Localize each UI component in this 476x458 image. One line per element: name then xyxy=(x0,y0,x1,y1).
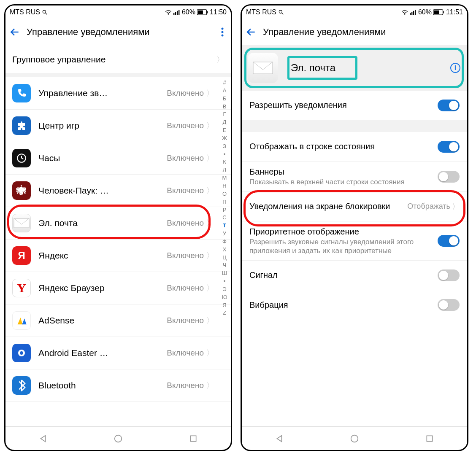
svg-rect-3 xyxy=(173,13,174,15)
index-letter[interactable]: К xyxy=(223,158,226,166)
index-letter[interactable]: Ю xyxy=(222,294,227,302)
toggle-statusbar[interactable] xyxy=(438,141,460,153)
chevron-right-icon: 〉 xyxy=(216,54,224,65)
nav-home-button[interactable] xyxy=(112,433,124,445)
battery-text: 60% xyxy=(418,8,432,16)
index-letter[interactable]: В xyxy=(223,103,227,111)
setting-vibration[interactable]: Вибрация xyxy=(242,290,467,320)
svg-point-0 xyxy=(43,10,46,13)
group-management-row[interactable]: Групповое управление 〉 xyxy=(5,45,231,74)
app-row-yandex[interactable]: Я Яндекс Включено 〉 xyxy=(5,240,231,272)
setting-title: Разрешить уведомления xyxy=(249,100,438,110)
toggle-sound[interactable] xyxy=(438,269,460,281)
svg-rect-22 xyxy=(190,436,196,441)
setting-sound[interactable]: Сигнал xyxy=(242,261,467,290)
nav-home-button[interactable] xyxy=(349,433,360,445)
setting-show-statusbar[interactable]: Отображать в строке состояния xyxy=(242,132,467,162)
back-button[interactable] xyxy=(245,26,257,38)
index-letter[interactable]: Х xyxy=(223,246,227,254)
index-letter[interactable]: М xyxy=(222,174,227,182)
toggle-banners[interactable] xyxy=(438,171,460,183)
index-letter[interactable]: З xyxy=(223,143,226,151)
app-row-android-easter[interactable]: Android Easter … Включено 〉 xyxy=(5,337,231,369)
index-letter[interactable]: Ж xyxy=(222,135,227,143)
toggle-allow[interactable] xyxy=(438,100,460,111)
setting-title: Баннеры xyxy=(249,167,438,177)
app-header: Управление уведомлениями xyxy=(5,19,231,45)
setting-allow-notifications[interactable]: Разрешить уведомления xyxy=(242,91,467,120)
index-letter[interactable]: • xyxy=(224,277,226,286)
toggle-vibration[interactable] xyxy=(438,299,460,311)
svg-rect-32 xyxy=(443,11,444,13)
setting-banners[interactable]: Баннеры Показывать в верхней части строк… xyxy=(242,162,467,192)
index-letter[interactable]: Ш xyxy=(222,269,227,277)
chevron-right-icon: 〉 xyxy=(206,251,214,261)
index-letter[interactable]: Г xyxy=(223,110,226,119)
svg-rect-8 xyxy=(198,11,203,14)
alpha-index[interactable]: #АБВГДЕЖЗ•КЛМНОПРСТУФХЦЧШ•ЭЮЯZ xyxy=(219,77,230,426)
app-status: Включено xyxy=(167,283,204,293)
app-row-yandex-browser[interactable]: Y Яндекс Браузер Включено 〉 xyxy=(5,272,231,304)
index-letter[interactable]: Я xyxy=(222,302,226,310)
index-letter[interactable]: У xyxy=(223,230,226,238)
android-easter-icon xyxy=(12,344,31,362)
index-letter[interactable]: Т xyxy=(223,222,226,230)
setting-title: Сигнал xyxy=(249,270,438,280)
app-row-phone[interactable]: Управление зв… Включено 〉 xyxy=(5,77,231,110)
page-title: Управление уведомлениями xyxy=(263,27,464,38)
index-letter[interactable]: • xyxy=(224,151,226,159)
app-row-bluetooth[interactable]: Bluetooth Включено 〉 xyxy=(5,369,231,402)
clock-text: 11:50 xyxy=(210,8,227,16)
nav-back-button[interactable] xyxy=(37,433,49,445)
info-icon[interactable]: i xyxy=(450,63,460,73)
app-row-spiderman[interactable]: 🕷 Человек-Паук: … Включено 〉 xyxy=(5,175,231,207)
setting-priority[interactable]: Приоритетное отображение Разрешить звуко… xyxy=(242,221,467,261)
index-letter[interactable]: Л xyxy=(223,166,227,174)
nav-recent-button[interactable] xyxy=(424,433,435,445)
status-bar: MTS RUS 60% 11:50 xyxy=(5,5,231,19)
index-letter[interactable]: С xyxy=(222,214,226,222)
svg-rect-4 xyxy=(175,12,176,15)
index-letter[interactable]: П xyxy=(222,198,226,206)
index-letter[interactable]: Ц xyxy=(222,254,227,262)
app-row-clock[interactable]: Часы Включено 〉 xyxy=(5,142,231,175)
setting-lockscreen[interactable]: Уведомления на экране блокировки Отображ… xyxy=(242,192,467,221)
index-letter[interactable]: Н xyxy=(222,182,226,190)
app-name-label: Эл. почта xyxy=(286,59,341,76)
index-letter[interactable]: Z xyxy=(223,309,226,317)
overflow-menu-icon[interactable] xyxy=(217,27,227,37)
svg-rect-31 xyxy=(434,11,439,14)
index-letter[interactable]: Е xyxy=(223,127,227,135)
group-management-label: Групповое управление xyxy=(12,54,106,65)
nav-back-button[interactable] xyxy=(273,433,285,445)
index-letter[interactable]: Ч xyxy=(223,261,227,269)
setting-title: Приоритетное отображение xyxy=(249,226,438,237)
back-button[interactable] xyxy=(9,26,21,38)
index-letter[interactable]: Д xyxy=(223,119,227,127)
app-label: Управление зв… xyxy=(38,88,167,98)
svg-rect-27 xyxy=(411,12,412,15)
svg-rect-5 xyxy=(177,11,178,15)
section-gap xyxy=(242,120,467,132)
app-row-gamecenter[interactable]: Центр игр Включено 〉 xyxy=(5,110,231,142)
app-header: Управление уведомлениями xyxy=(242,19,467,45)
app-label: Часы xyxy=(38,153,167,163)
index-letter[interactable]: Э xyxy=(222,286,226,294)
toggle-priority[interactable] xyxy=(438,235,460,247)
app-status: Включено xyxy=(167,316,204,325)
app-status: Включено xyxy=(167,381,204,390)
index-letter[interactable]: О xyxy=(222,190,227,198)
index-letter[interactable]: # xyxy=(223,79,226,87)
index-letter[interactable]: Р xyxy=(223,206,227,214)
index-letter[interactable]: Ф xyxy=(222,238,227,246)
phone-right: MTS RUS 60% 11:51 Управление уведомления… xyxy=(241,4,468,451)
clock-icon xyxy=(12,149,31,167)
app-row-email[interactable]: Эл. почта Включено 〉 xyxy=(5,207,231,240)
index-letter[interactable]: Б xyxy=(223,95,227,103)
app-row-adsense[interactable]: AdSense Включено 〉 xyxy=(5,304,231,337)
app-status: Включено xyxy=(167,348,204,358)
nav-recent-button[interactable] xyxy=(187,433,199,445)
index-letter[interactable]: А xyxy=(223,87,227,95)
app-list[interactable]: Управление зв… Включено 〉 Центр игр Вклю… xyxy=(5,77,231,426)
svg-rect-6 xyxy=(178,10,179,15)
